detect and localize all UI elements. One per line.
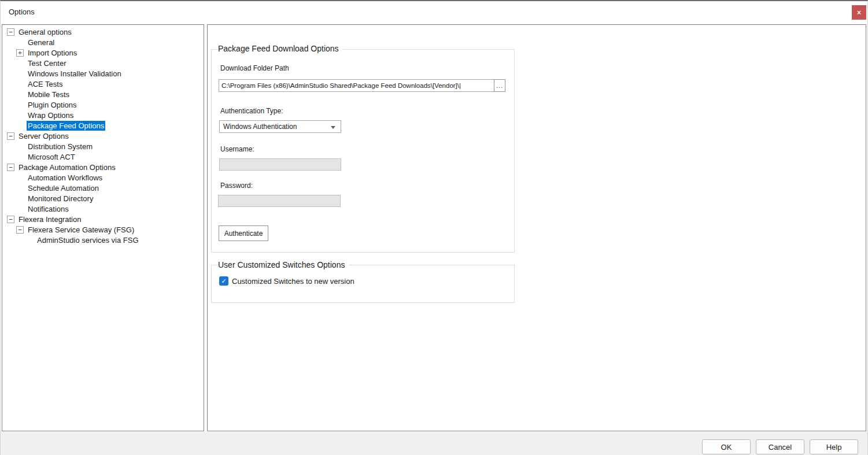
- tree-item-wrap-options[interactable]: Wrap Options: [2, 110, 204, 120]
- close-button[interactable]: ×: [852, 5, 866, 20]
- package-feed-group-title: Package Feed Download Options: [218, 44, 343, 53]
- tree-item-general-options[interactable]: −General options: [2, 27, 204, 37]
- tree-item-ace-tests[interactable]: ACE Tests: [2, 79, 204, 89]
- close-icon: ×: [857, 9, 861, 17]
- tree-item-mobile-tests[interactable]: Mobile Tests: [2, 89, 204, 99]
- expander-minus-icon[interactable]: −: [7, 132, 14, 140]
- expander-plus-icon[interactable]: +: [16, 49, 24, 57]
- tree-item-label: Package Automation Options: [17, 162, 117, 172]
- tree-item-label: Server Options: [17, 131, 70, 141]
- authenticate-button[interactable]: Authenticate: [219, 225, 268, 241]
- help-button[interactable]: Help: [810, 439, 858, 454]
- tree-item-label: Mobile Tests: [27, 90, 71, 99]
- download-folder-input[interactable]: [219, 79, 494, 92]
- cancel-button[interactable]: Cancel: [756, 439, 804, 454]
- tree-item-package-feed-options[interactable]: Package Feed Options: [2, 120, 204, 131]
- download-folder-label: Download Folder Path: [220, 64, 289, 72]
- customized-switches-checkbox[interactable]: ✓: [219, 276, 228, 286]
- tree-item-label: Automation Workflows: [27, 173, 104, 183]
- auth-type-value: Windows Authentication: [223, 123, 297, 131]
- tree-item-label: Test Center: [27, 58, 67, 68]
- tree-item-label: Wrap Options: [27, 110, 75, 120]
- tree-item-label: Package Feed Options: [27, 121, 105, 131]
- title-bar: Options ×: [1, 1, 867, 24]
- tree-item-label: Distribution System: [27, 142, 94, 151]
- dialog-footer: OK Cancel Help: [1, 432, 867, 455]
- password-label: Password:: [220, 182, 253, 190]
- tree-item-label: Microsoft ACT: [27, 152, 76, 162]
- customized-switches-label: Customized Switches to new version: [232, 277, 354, 286]
- tree-item-label: Plugin Options: [27, 100, 78, 110]
- password-input[interactable]: [218, 195, 341, 207]
- tree-item-label: Monitored Directory: [27, 194, 94, 204]
- tree-item-label: Schedule Automation: [27, 183, 100, 193]
- auth-type-dropdown[interactable]: Windows Authentication: [219, 120, 341, 133]
- tree-item-test-center[interactable]: Test Center: [2, 58, 204, 68]
- tree-item-label: Import Options: [27, 48, 78, 58]
- tree-item-label: AdminStudio services via FSG: [36, 235, 140, 245]
- expander-minus-icon[interactable]: −: [7, 164, 14, 171]
- switches-group-title: User Customized Switches Options: [218, 260, 349, 269]
- tree-item-notifications[interactable]: Notifications: [2, 204, 204, 214]
- tree-item-label: ACE Tests: [27, 79, 64, 89]
- options-tree: −General optionsGeneral+Import OptionsTe…: [2, 24, 204, 431]
- auth-type-label: Authentication Type:: [220, 107, 283, 115]
- tree-item-flexera-service-gateway-fsg[interactable]: −Flexera Service Gateway (FSG): [2, 224, 204, 235]
- username-input[interactable]: [219, 158, 341, 171]
- tree-item-general[interactable]: General: [2, 37, 204, 47]
- checkmark-icon: ✓: [221, 278, 226, 285]
- tree-item-server-options[interactable]: −Server Options: [2, 131, 204, 141]
- tree-item-monitored-directory[interactable]: Monitored Directory: [2, 193, 204, 204]
- tree-item-label: General: [27, 38, 56, 47]
- tree-item-plugin-options[interactable]: Plugin Options: [2, 99, 204, 110]
- tree-item-package-automation-options[interactable]: −Package Automation Options: [2, 162, 204, 172]
- tree-item-label: Windows Installer Validation: [27, 69, 123, 79]
- tree-item-schedule-automation[interactable]: Schedule Automation: [2, 183, 204, 193]
- chevron-down-icon: [331, 126, 335, 129]
- expander-minus-icon[interactable]: −: [7, 216, 14, 223]
- options-dialog: Options × −General optionsGeneral+Import…: [0, 0, 868, 455]
- tree-item-adminstudio-services-via-fsg[interactable]: AdminStudio services via FSG: [2, 235, 204, 245]
- ellipsis-icon: ...: [496, 83, 503, 88]
- tree-item-label: Notifications: [27, 204, 70, 214]
- tree-item-windows-installer-validation[interactable]: Windows Installer Validation: [2, 68, 204, 79]
- window-title: Options: [9, 8, 35, 16]
- username-label: Username:: [220, 145, 254, 153]
- tree-item-flexera-integration[interactable]: −Flexera Integration: [2, 214, 204, 224]
- tree-item-label: Flexera Service Gateway (FSG): [27, 225, 135, 235]
- browse-button[interactable]: ...: [494, 79, 505, 92]
- tree-item-distribution-system[interactable]: Distribution System: [2, 141, 204, 151]
- expander-minus-icon[interactable]: −: [16, 226, 24, 234]
- tree-item-label: Flexera Integration: [17, 214, 82, 224]
- tree-item-label: General options: [17, 27, 73, 37]
- settings-panel: Package Feed Download Options Download F…: [207, 24, 866, 431]
- ok-button[interactable]: OK: [702, 439, 751, 454]
- tree-item-microsoft-act[interactable]: Microsoft ACT: [2, 151, 204, 162]
- tree-item-automation-workflows[interactable]: Automation Workflows: [2, 172, 204, 183]
- expander-minus-icon[interactable]: −: [7, 28, 14, 36]
- tree-item-import-options[interactable]: +Import Options: [2, 47, 204, 58]
